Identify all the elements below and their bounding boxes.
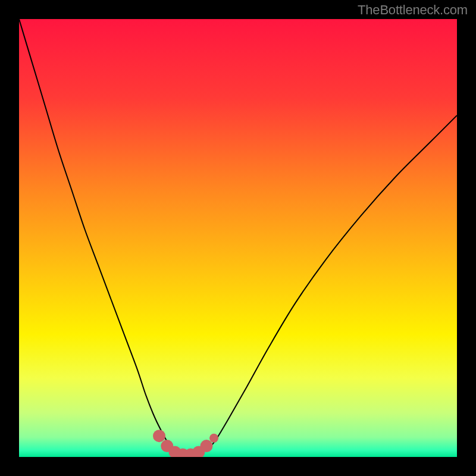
valley-marker bbox=[201, 440, 213, 452]
watermark-text: TheBottleneck.com bbox=[358, 2, 468, 18]
valley-marker bbox=[153, 430, 165, 442]
chart-frame: TheBottleneck.com bbox=[0, 0, 476, 476]
gradient-background bbox=[19, 19, 457, 457]
bottleneck-chart bbox=[0, 0, 476, 476]
valley-marker bbox=[209, 434, 218, 443]
